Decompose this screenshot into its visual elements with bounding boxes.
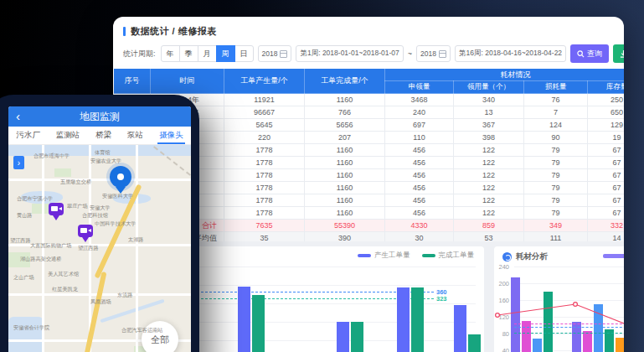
group-header: 耗材情况 (385, 69, 625, 81)
table-cell: 456 (385, 182, 454, 194)
bar-完成工单量 (468, 334, 481, 352)
start-year-select[interactable]: 2018 (258, 45, 292, 62)
camera-pin[interactable] (49, 203, 64, 215)
export-excel-button[interactable]: 导出Excel (613, 44, 624, 63)
breadcrumb: 数据统计 / 维修报表 (131, 25, 217, 38)
table-cell: 110 (385, 132, 454, 144)
column-header: 序号 (114, 69, 151, 94)
location-pin-tip (116, 187, 126, 199)
calendar-icon (439, 50, 446, 58)
map-road (136, 145, 138, 352)
y-tick-label: 200 (494, 280, 509, 287)
table-cell: 207 (305, 132, 385, 144)
bar (583, 331, 592, 352)
gridline (514, 267, 624, 267)
table-cell: 122 (454, 194, 524, 207)
table-cell: 124 (524, 119, 588, 132)
table-cell: 79 (524, 207, 588, 220)
table-cell: 1778 (224, 169, 305, 182)
table-cell: 79 (524, 144, 588, 157)
period-option-周[interactable]: 周 (216, 45, 235, 62)
back-icon[interactable]: ‹ (16, 107, 20, 126)
bar-产生工单量 (337, 322, 349, 352)
map-label: 红星美凯龙 (52, 286, 78, 293)
table-cell: 456 (385, 157, 454, 169)
map-label: 安徽农业大学 (90, 158, 121, 165)
table-cell: 90 (524, 132, 588, 144)
map-label: 合肥市宁溪小学 (17, 195, 53, 203)
column-header: 时间 (151, 69, 224, 94)
table-cell: 240 (385, 106, 454, 119)
table-cell: 79 (524, 194, 588, 207)
search-icon (577, 50, 585, 58)
table-cell: 4330 (385, 220, 454, 232)
start-week-input[interactable]: 第1周: 2018-01-01~2018-01-07 (296, 45, 403, 62)
map-label: 之山广场 (13, 274, 34, 282)
card-header: 数据统计 / 维修报表 (113, 17, 624, 37)
phone-tab-摄像头[interactable]: 摄像头 (157, 127, 185, 144)
filter-toolbar: 统计周期: 年季月周日 2018 第1周: 2018-01-01~2018-01… (113, 37, 624, 68)
map-label: 美人其艺术馆 (48, 271, 79, 278)
table-cell: 456 (385, 169, 454, 182)
table-cell: 697 (385, 119, 454, 132)
table-cell: 79 (524, 157, 588, 169)
period-option-日[interactable]: 日 (234, 45, 254, 62)
map-label: 五里墩立交桥 (60, 179, 91, 186)
end-week-input[interactable]: 第16周: 2018-04-16~2018-04-22 (455, 45, 566, 62)
bar (616, 338, 624, 352)
period-option-月[interactable]: 月 (198, 45, 217, 62)
bar-产生工单量 (397, 287, 410, 352)
bar (511, 277, 520, 352)
table-cell: 1778 (224, 157, 305, 169)
map-park (54, 168, 71, 177)
phone-screen: ‹ 地图监测 污水厂监测站桥梁泵站摄像头 › 全部 (8, 106, 191, 352)
table-cell: 122 (454, 169, 524, 182)
phone-tab-监测站[interactable]: 监测站 (54, 127, 82, 144)
map-label: 体育馆 (95, 149, 111, 157)
table-cell: 1160 (305, 157, 385, 169)
calendar-icon (280, 50, 287, 58)
map-label: 湖山路高架交通桥 (20, 256, 61, 263)
phone-mockup: ‹ 地图监测 污水厂监测站桥梁泵站摄像头 › 全部 (0, 95, 199, 352)
query-button[interactable]: 查询 (570, 44, 609, 63)
bar (544, 292, 553, 352)
table-cell: 766 (305, 106, 385, 119)
map-label: 东流路 (117, 292, 133, 299)
map-view[interactable]: › 全部 合肥市瑶海中学体育馆安徽农业大学五里墩立交桥合肥市宁溪小学安徽医科大学… (8, 145, 191, 352)
table-cell: 5656 (305, 119, 385, 132)
table-cell: 1160 (305, 207, 385, 220)
y-tick-label: 80 (494, 330, 509, 338)
sub-column-header: 损耗量 (524, 81, 588, 94)
download-icon (620, 50, 624, 58)
bar-完成工单量 (411, 287, 424, 352)
period-option-季[interactable]: 季 (179, 45, 198, 62)
phone-tab-泵站[interactable]: 泵站 (126, 127, 145, 144)
phone-tab-桥梁[interactable]: 桥梁 (94, 127, 113, 144)
table-cell: 67 (588, 169, 625, 182)
bar (522, 321, 531, 352)
map-label: 合肥科技馆 (82, 212, 108, 220)
location-pin[interactable] (110, 166, 131, 188)
sub-column-header: 领用量（个） (454, 81, 524, 94)
consumables-chart-plot: 2402001601208040 (494, 246, 624, 352)
end-year-select[interactable]: 2018 (416, 45, 451, 62)
map-label: 中国科学技术大学 (95, 220, 136, 228)
phone-tab-污水厂[interactable]: 污水厂 (14, 127, 42, 144)
period-option-年[interactable]: 年 (161, 45, 180, 62)
table-cell: 5645 (224, 119, 305, 132)
table-cell: 79 (524, 182, 588, 194)
map-expander-button[interactable]: › (13, 156, 24, 169)
table-cell: 1160 (305, 144, 385, 157)
phone-page-title: 地图监测 (80, 110, 120, 124)
table-cell: 1778 (224, 194, 305, 207)
table-cell: 456 (385, 144, 454, 157)
camera-pin-tip (82, 237, 89, 246)
sub-column-header: 申领量 (385, 81, 454, 94)
camera-pin[interactable] (78, 225, 93, 237)
table-cell: 19 (588, 132, 625, 144)
bar-产生工单量 (454, 305, 466, 352)
table-cell: 3468 (385, 94, 454, 106)
map-all-button[interactable]: 全部 (142, 321, 178, 352)
map-water (8, 317, 44, 352)
reference-line-label: 323 (436, 295, 447, 303)
